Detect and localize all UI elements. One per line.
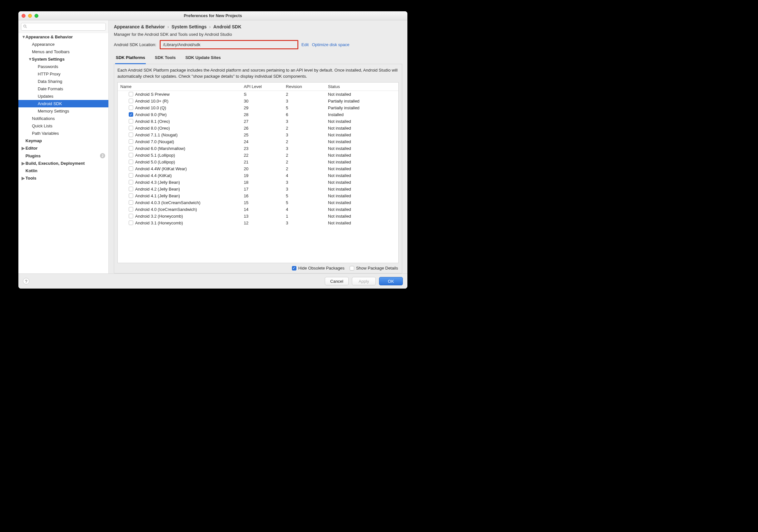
settings-tree[interactable]: ▼Appearance & BehaviorAppearanceMenus an…: [18, 33, 108, 273]
sidebar-item-build-execution-deployment[interactable]: ▶Build, Execution, Deployment: [18, 160, 108, 167]
table-row[interactable]: Android 3.2 (Honeycomb)131Not installed: [118, 213, 398, 219]
sidebar-item-date-formats[interactable]: Date Formats: [18, 85, 108, 92]
help-button[interactable]: ?: [23, 278, 29, 284]
sidebar-item-appearance[interactable]: Appearance: [18, 41, 108, 48]
sidebar-item-memory-settings[interactable]: Memory Settings: [18, 107, 108, 115]
row-checkbox[interactable]: [129, 105, 133, 110]
row-checkbox[interactable]: [129, 207, 133, 212]
apply-button[interactable]: Apply: [352, 277, 376, 285]
tab-sdk-update-sites[interactable]: SDK Update Sites: [185, 52, 222, 64]
table-row[interactable]: Android 9.0 (Pie)286Installed: [118, 111, 398, 118]
row-checkbox[interactable]: [129, 99, 133, 103]
sidebar-item-keymap[interactable]: Keymap: [18, 137, 108, 145]
row-name: Android 8.0 (Oreo): [135, 126, 170, 131]
table-row[interactable]: Android 5.1 (Lollipop)222Not installed: [118, 152, 398, 159]
sidebar-item-path-variables[interactable]: Path Variables: [18, 130, 108, 137]
row-checkbox[interactable]: [129, 112, 133, 117]
table-row[interactable]: Android S PreviewS2Not installed: [118, 91, 398, 98]
row-revision: 5: [283, 105, 326, 111]
col-api[interactable]: API Level: [241, 83, 284, 91]
row-revision: 6: [283, 111, 326, 118]
sidebar-item-updates[interactable]: Updates: [18, 92, 108, 100]
table-row[interactable]: Android 3.1 (Honeycomb)123Not installed: [118, 219, 398, 226]
row-checkbox[interactable]: [129, 92, 133, 96]
table-row[interactable]: Android 8.1 (Oreo)273Not installed: [118, 118, 398, 125]
row-checkbox[interactable]: [129, 214, 133, 218]
row-checkbox[interactable]: [129, 119, 133, 123]
table-row[interactable]: Android 7.1.1 (Nougat)253Not installed: [118, 132, 398, 138]
table-row[interactable]: Android 4.3 (Jelly Bean)183Not installed: [118, 179, 398, 186]
sidebar-item-label: Memory Settings: [38, 109, 69, 114]
col-status[interactable]: Status: [326, 83, 398, 91]
row-name: Android 4.4 (KitKat): [135, 173, 172, 178]
row-checkbox[interactable]: [129, 133, 133, 137]
ok-button[interactable]: OK: [379, 277, 403, 285]
search-input[interactable]: [21, 23, 106, 31]
table-row[interactable]: Android 4.0 (IceCreamSandwich)144Not ins…: [118, 206, 398, 213]
table-row[interactable]: Android 7.0 (Nougat)242Not installed: [118, 138, 398, 145]
breadcrumb-item[interactable]: Android SDK: [213, 24, 241, 29]
tab-sdk-tools[interactable]: SDK Tools: [154, 52, 176, 64]
row-checkbox[interactable]: [129, 173, 133, 178]
sidebar-item-android-sdk[interactable]: Android SDK: [18, 100, 108, 107]
table-row[interactable]: Android 10.0+ (R)303Partially installed: [118, 98, 398, 105]
row-checkbox[interactable]: [129, 160, 133, 164]
breadcrumb-item[interactable]: Appearance & Behavior: [114, 24, 165, 29]
row-checkbox[interactable]: [129, 153, 133, 157]
table-row[interactable]: Android 4.2 (Jelly Bean)173Not installed: [118, 186, 398, 192]
row-checkbox[interactable]: [129, 166, 133, 171]
table-row[interactable]: Android 8.0 (Oreo)262Not installed: [118, 125, 398, 132]
sidebar-item-plugins[interactable]: Plugins2: [18, 152, 108, 160]
col-name[interactable]: Name: [118, 83, 241, 91]
sidebar-item-editor[interactable]: ▶Editor: [18, 145, 108, 152]
panel-description: Each Android SDK Platform package includ…: [118, 67, 399, 80]
window-title: Preferences for New Projects: [18, 13, 407, 18]
sidebar-item-kotlin[interactable]: Kotlin: [18, 167, 108, 175]
cancel-button[interactable]: Cancel: [325, 277, 349, 285]
checkbox-label: Hide Obsolete Packages: [298, 266, 344, 271]
row-checkbox[interactable]: [129, 146, 133, 150]
table-row[interactable]: Android 4.4 (KitKat)194Not installed: [118, 172, 398, 179]
sidebar-item-label: Data Sharing: [38, 79, 62, 84]
sidebar-item-system-settings[interactable]: ▼System Settings: [18, 55, 108, 63]
sidebar-item-passwords[interactable]: Passwords: [18, 63, 108, 70]
row-checkbox[interactable]: [129, 220, 133, 225]
tab-sdk-platforms[interactable]: SDK Platforms: [115, 52, 146, 64]
sidebar-item-label: Android SDK: [38, 101, 62, 106]
table-row[interactable]: Android 4.1 (Jelly Bean)165Not installed: [118, 192, 398, 199]
table-row[interactable]: Android 5.0 (Lollipop)212Not installed: [118, 159, 398, 165]
show-package-details-checkbox[interactable]: Show Package Details: [350, 266, 398, 271]
row-name: Android 10.0+ (R): [135, 99, 168, 104]
sidebar-item-tools[interactable]: ▶Tools: [18, 175, 108, 182]
sidebar-item-quick-lists[interactable]: Quick Lists: [18, 122, 108, 130]
row-checkbox[interactable]: [129, 180, 133, 184]
col-revision[interactable]: Revision: [283, 83, 326, 91]
sidebar-item-label: Notifications: [32, 116, 55, 121]
sidebar-item-data-sharing[interactable]: Data Sharing: [18, 78, 108, 85]
row-checkbox[interactable]: [129, 193, 133, 198]
chevron-down-icon: ▼: [28, 57, 32, 62]
row-checkbox[interactable]: [129, 139, 133, 144]
table-row[interactable]: Android 4.4W (KitKat Wear)202Not install…: [118, 165, 398, 172]
row-checkbox[interactable]: [129, 187, 133, 191]
row-status: Not installed: [326, 118, 398, 125]
sidebar-item-http-proxy[interactable]: HTTP Proxy: [18, 70, 108, 78]
row-api: 22: [241, 152, 284, 159]
sidebar-item-notifications[interactable]: Notifications: [18, 115, 108, 122]
table-row[interactable]: Android 4.0.3 (IceCreamSandwich)155Not i…: [118, 199, 398, 206]
table-row[interactable]: Android 6.0 (Marshmallow)233Not installe…: [118, 145, 398, 152]
sidebar-item-appearance-behavior[interactable]: ▼Appearance & Behavior: [18, 33, 108, 41]
row-api: 21: [241, 159, 284, 165]
edit-sdk-location-link[interactable]: Edit: [302, 42, 309, 47]
sidebar-item-menus-and-toolbars[interactable]: Menus and Toolbars: [18, 48, 108, 55]
row-name: Android 7.0 (Nougat): [135, 139, 174, 144]
row-checkbox[interactable]: [129, 200, 133, 205]
table-row[interactable]: Android 10.0 (Q)295Partially installed: [118, 105, 398, 111]
sidebar-item-label: Kotlin: [25, 168, 37, 173]
row-checkbox[interactable]: [129, 126, 133, 130]
sdk-table-wrap[interactable]: Name API Level Revision Status Android S…: [118, 82, 399, 263]
sdk-location-path[interactable]: /Library/Android/sdk: [160, 40, 298, 49]
optimize-disk-space-link[interactable]: Optimize disk space: [312, 42, 349, 47]
breadcrumb-item[interactable]: System Settings: [172, 24, 207, 29]
hide-obsolete-checkbox[interactable]: Hide Obsolete Packages: [292, 266, 344, 271]
